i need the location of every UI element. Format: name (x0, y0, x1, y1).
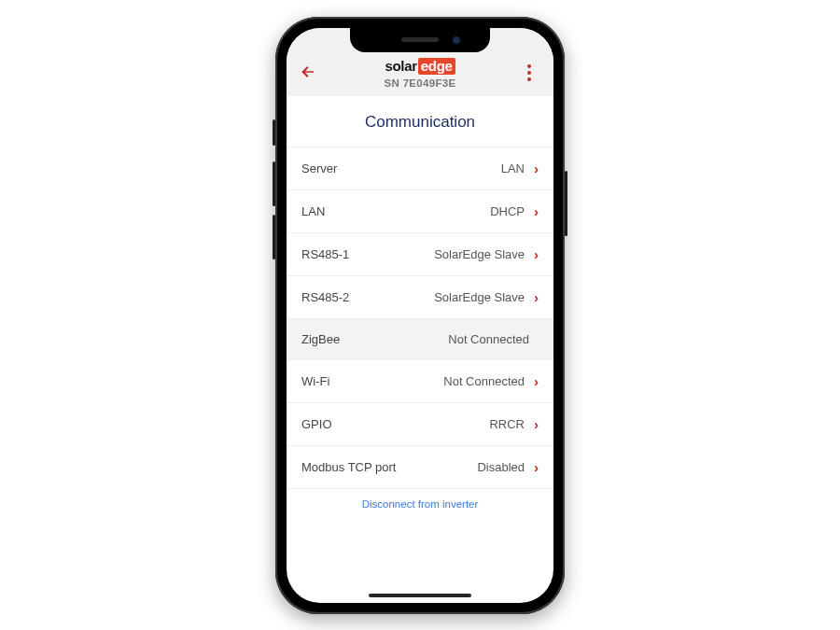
row-rs485-1[interactable]: RS485-1SolarEdge Slave› (287, 233, 553, 276)
chevron-right-icon: › (534, 203, 539, 219)
home-indicator (369, 594, 471, 597)
logo-text-solar: solar (385, 58, 416, 74)
logo-block: solaredge SN 7E049F3E (322, 58, 518, 89)
serial-number: SN 7E049F3E (322, 77, 518, 89)
logo-text-edge: edge (418, 58, 455, 75)
chevron-right-icon: › (534, 289, 539, 305)
dots-icon (527, 77, 531, 81)
row-zigbee: ZigBeeNot Connected (287, 319, 553, 360)
row-label: ZigBee (301, 332, 448, 346)
row-label: RS485-2 (301, 290, 434, 304)
row-label: RS485-1 (301, 247, 434, 261)
row-value: SolarEdge Slave (434, 247, 525, 261)
row-server[interactable]: ServerLAN› (287, 147, 553, 190)
phone-side-button (565, 171, 567, 236)
back-button[interactable] (300, 63, 322, 83)
dots-icon (527, 71, 531, 75)
row-label: Server (301, 161, 501, 175)
back-arrow-icon (300, 63, 316, 80)
row-gpio[interactable]: GPIORRCR› (287, 403, 553, 446)
row-rs485-2[interactable]: RS485-2SolarEdge Slave› (287, 276, 553, 319)
row-value: SolarEdge Slave (434, 290, 525, 304)
disconnect-link[interactable]: Disconnect from inverter (287, 489, 553, 510)
row-label: LAN (301, 204, 490, 218)
row-value: Not Connected (443, 374, 525, 388)
row-lan[interactable]: LANDHCP› (287, 190, 553, 233)
phone-notch (350, 28, 490, 52)
brand-logo: solaredge (385, 58, 455, 74)
row-value: RRCR (489, 417, 525, 431)
chevron-right-icon: › (534, 373, 539, 389)
row-value: Disabled (477, 460, 525, 474)
phone-side-button (273, 215, 275, 259)
row-value: DHCP (490, 204, 525, 218)
row-label: Wi-Fi (301, 374, 443, 388)
row-modbus-tcp-port[interactable]: Modbus TCP portDisabled› (287, 446, 553, 489)
front-camera (453, 36, 460, 44)
chevron-right-icon: › (534, 246, 539, 262)
phone-screen: solaredge SN 7E049F3E Communication Serv… (287, 28, 553, 603)
row-value: LAN (501, 161, 525, 175)
more-menu-button[interactable] (518, 64, 540, 81)
chevron-right-icon: › (534, 459, 539, 475)
page-title: Communication (287, 96, 553, 147)
chevron-right-icon: › (534, 416, 539, 432)
row-label: Modbus TCP port (301, 460, 477, 474)
row-value: Not Connected (448, 332, 529, 346)
row-wifi[interactable]: Wi-FiNot Connected› (287, 360, 553, 403)
dots-icon (527, 64, 531, 68)
chevron-right-icon: › (534, 161, 539, 176)
phone-side-button (273, 161, 275, 206)
phone-frame: solaredge SN 7E049F3E Communication Serv… (275, 17, 565, 614)
settings-list: ServerLAN›LANDHCP›RS485-1SolarEdge Slave… (287, 147, 553, 489)
speaker (401, 37, 439, 42)
row-label: GPIO (301, 417, 489, 431)
phone-side-button (273, 119, 275, 146)
